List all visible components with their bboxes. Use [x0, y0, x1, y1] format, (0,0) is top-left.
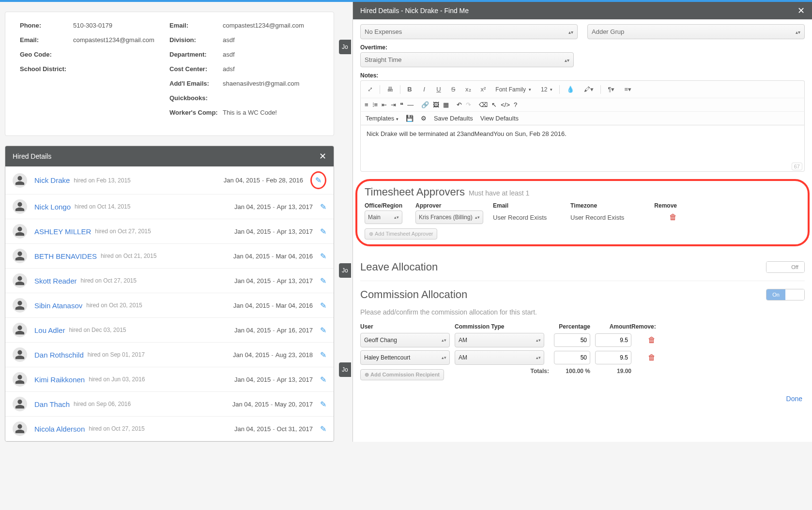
hired-details-header: Hired Details ✕ [5, 146, 334, 166]
ca-amt-input[interactable] [595, 351, 631, 364]
commission-allocation-section: Commission Allocation On Please add/conf… [360, 281, 805, 383]
ca-type-select[interactable]: AM▴▾ [455, 333, 544, 347]
undo-icon[interactable]: ↶ [457, 101, 462, 108]
redo-icon[interactable]: ↷ [466, 101, 471, 108]
hired-name-link[interactable]: ASHLEY MILLER [34, 227, 91, 236]
la-toggle[interactable]: Off [766, 261, 805, 273]
notes-editor[interactable]: Nick Drake will be terminated at 23andMe… [360, 125, 805, 172]
ts-office-select[interactable]: Main▴▾ [365, 210, 402, 224]
para-icon[interactable]: ¶▾ [605, 84, 617, 95]
pointer-icon[interactable]: ↖ [491, 101, 497, 108]
done-button[interactable]: Done [360, 395, 805, 403]
ordered-list-icon[interactable]: ≡ [365, 101, 368, 108]
hired-name-link[interactable]: Nick Drake [34, 176, 70, 184]
strike-icon[interactable]: S [448, 84, 459, 95]
unordered-list-icon[interactable]: ⁝≡ [372, 101, 378, 108]
save-icon[interactable]: 💾 [406, 115, 414, 122]
indent-icon[interactable]: ⇥ [391, 101, 396, 108]
font-size-select[interactable]: 12 ▾ [538, 85, 555, 94]
hired-drawer: Hired Details - Nick Drake - Find Me ✕ N… [352, 2, 812, 442]
link-icon[interactable]: 🔗 [421, 101, 429, 108]
help-icon[interactable]: ? [514, 101, 517, 108]
avatar-icon [13, 347, 27, 362]
add-ts-approver-button[interactable]: ⊕Add Timesheet Approver [365, 228, 437, 240]
ca-user-select[interactable]: Geoff Chang▴▾ [360, 333, 450, 347]
edit-icon[interactable]: ✎ [320, 252, 326, 261]
trash-icon[interactable]: 🗑 [648, 353, 656, 361]
superscript-icon[interactable]: x² [478, 84, 489, 95]
trash-icon[interactable]: 🗑 [648, 336, 656, 344]
hired-item: Lou Adlerhired on Dec 03, 2015Jan 04, 20… [5, 318, 334, 343]
overtime-select[interactable]: Straight Time▴▾ [360, 52, 574, 67]
edit-icon[interactable]: ✎ [310, 171, 326, 189]
italic-icon[interactable]: I [419, 84, 429, 95]
ca-user-select[interactable]: Haley Bettencourt▴▾ [360, 350, 450, 365]
close-icon[interactable]: ✕ [319, 151, 326, 162]
addl-link[interactable]: shaenasilvestri@gmail.com [223, 80, 299, 87]
edit-icon[interactable]: ✎ [320, 400, 326, 409]
gear-icon[interactable]: ⚙ [421, 115, 427, 122]
templates-menu[interactable]: Templates ▾ [366, 115, 398, 122]
code-icon[interactable]: </> [501, 101, 510, 108]
drawer-title: Hired Details - Nick Drake - Find Me [360, 7, 469, 15]
bold-icon[interactable]: B [404, 84, 415, 95]
print-icon[interactable]: 🖶 [384, 84, 396, 95]
close-icon[interactable]: ✕ [797, 5, 805, 16]
billing-select[interactable]: Adder Grup▴▾ [587, 24, 805, 39]
hired-dates: Jan 04, 2015-Apr 13, 2017 [234, 376, 313, 383]
phone-link[interactable]: 510-303-0179 [73, 22, 112, 29]
ca-amt-input[interactable] [595, 333, 631, 347]
hired-name-link[interactable]: Kimi Raikkonen [34, 375, 85, 384]
ts-approver-select[interactable]: Kris Frances (Billing)▴▾ [415, 210, 483, 224]
hired-name-link[interactable]: Lou Adler [34, 326, 65, 334]
edit-icon[interactable]: ✎ [320, 301, 326, 310]
add-commission-button[interactable]: ⊕Add Commission Recipient [360, 369, 444, 380]
hired-dates: Jan 04, 2015-Mar 04, 2016 [233, 253, 313, 260]
avatar-icon [13, 421, 27, 436]
expenses-select[interactable]: No Expenses▴▾ [360, 24, 578, 39]
eraser-icon[interactable]: ⌫ [479, 101, 488, 108]
color-icon[interactable]: 💧 [564, 84, 577, 95]
highlight-icon[interactable]: 🖍▾ [581, 84, 597, 95]
quote-icon[interactable]: ❝ [400, 101, 403, 108]
hired-name-link[interactable]: Dan Rothschild [34, 351, 84, 359]
expand-icon[interactable]: ⤢ [365, 84, 376, 95]
align-icon[interactable]: ≡▾ [621, 84, 634, 95]
table-icon[interactable]: ▦ [443, 101, 449, 108]
ca-pct-input[interactable] [554, 333, 590, 347]
edit-icon[interactable]: ✎ [320, 326, 326, 335]
side-tab-jo3[interactable]: Jo [339, 362, 351, 377]
edit-icon[interactable]: ✎ [320, 276, 326, 285]
ca-toggle[interactable]: On [766, 289, 805, 300]
hired-name-link[interactable]: Nicola Alderson [34, 425, 85, 433]
edit-icon[interactable]: ✎ [320, 202, 326, 211]
save-defaults-link[interactable]: Save Defaults [434, 115, 473, 122]
hired-name-link[interactable]: Nick Longo [34, 203, 71, 211]
image-icon[interactable]: 🖼 [433, 101, 439, 108]
underline-icon[interactable]: U [433, 84, 444, 95]
view-defaults-link[interactable]: View Defaults [480, 115, 519, 122]
email-link-right[interactable]: compastest1234@gmail.com [223, 22, 304, 29]
hired-name-link[interactable]: Sibin Atanasov [34, 301, 82, 310]
side-tab-jo2[interactable]: Jo [339, 263, 351, 278]
ca-pct-input[interactable] [554, 351, 590, 364]
hired-on-text: hired on Oct 27, 2015 [89, 425, 144, 432]
edit-icon[interactable]: ✎ [320, 350, 326, 360]
hired-name-link[interactable]: Dan Thach [34, 400, 70, 408]
hired-name-link[interactable]: BETH BENAVIDES [34, 252, 97, 260]
outdent-icon[interactable]: ⇤ [382, 101, 387, 108]
font-family-select[interactable]: Font Family ▾ [492, 85, 534, 94]
subscript-icon[interactable]: x₂ [462, 84, 474, 95]
edit-icon[interactable]: ✎ [320, 227, 326, 236]
edit-icon[interactable]: ✎ [320, 375, 326, 384]
wc-value: This is a WC Code! [223, 109, 277, 116]
email-link-left[interactable]: compastest1234@gmail.com [73, 36, 154, 44]
hired-dates: Jan 04, 2015-Aug 23, 2018 [233, 351, 313, 359]
hr-icon[interactable]: — [407, 101, 414, 108]
side-tab-jo[interactable]: Jo [339, 40, 351, 54]
hired-name-link[interactable]: Skott Reader [34, 277, 77, 285]
edit-icon[interactable]: ✎ [320, 424, 326, 434]
ca-type-select[interactable]: AM▴▾ [455, 350, 544, 365]
hired-on-text: hired on Dec 03, 2015 [69, 327, 126, 333]
trash-icon[interactable]: 🗑 [669, 213, 677, 221]
